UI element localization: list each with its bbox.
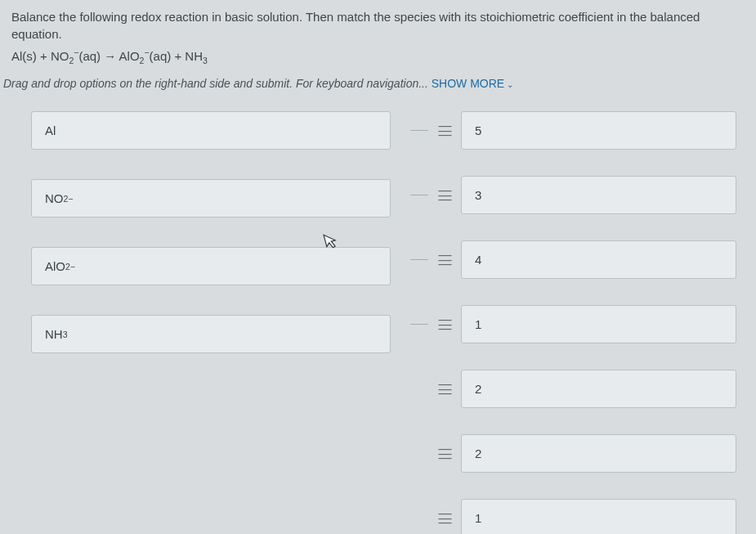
right-row: ———1 — [410, 305, 736, 343]
right-row: ———4 — [410, 240, 736, 279]
right-option[interactable]: 2 — [461, 434, 736, 473]
match-container: AlNO2−AlO2−NH3 ———5———3———4———1———2———2—… — [0, 98, 756, 534]
drag-handle-icon[interactable]: ——— — [438, 446, 453, 460]
drag-handle-icon[interactable]: ——— — [438, 317, 453, 331]
right-option[interactable]: 2 — [461, 370, 736, 408]
question-text: Balance the following redox reaction in … — [0, 0, 756, 47]
equation: Al(s) + NO2−(aq) → AlO2−(aq) + NH3 — [0, 47, 756, 77]
drag-handle-icon[interactable]: ——— — [438, 382, 453, 396]
right-row: ———1 — [410, 499, 736, 534]
chevron-down-icon: ⌄ — [507, 80, 513, 89]
left-item: Al — [31, 111, 391, 150]
right-row: ———2 — [410, 434, 736, 473]
instructions: Drag and drop options on the right-hand … — [0, 77, 756, 98]
right-row: ———5 — [410, 111, 736, 150]
connector — [410, 195, 428, 196]
right-option[interactable]: 1 — [461, 499, 736, 534]
right-option[interactable]: 3 — [461, 176, 736, 214]
right-row: ———2 — [410, 370, 736, 408]
connector — [410, 259, 428, 261]
connector — [410, 388, 428, 390]
right-column: ———5———3———4———1———2———2———1 — [410, 108, 736, 534]
right-option[interactable]: 5 — [461, 111, 736, 150]
left-item: NO2− — [31, 179, 391, 218]
connector — [410, 324, 428, 325]
drag-handle-icon[interactable]: ——— — [438, 253, 453, 267]
right-option[interactable]: 4 — [461, 240, 736, 279]
right-row: ———3 — [410, 176, 736, 214]
left-item: AlO2− — [31, 247, 391, 285]
connector — [410, 453, 428, 455]
show-more-link[interactable]: SHOW MORE⌄ — [432, 77, 513, 90]
right-option[interactable]: 1 — [461, 305, 736, 343]
instructions-text: Drag and drop options on the right-hand … — [3, 77, 432, 90]
connector — [410, 130, 428, 132]
drag-handle-icon[interactable]: ——— — [438, 188, 453, 202]
left-item: NH3 — [31, 315, 391, 353]
connector — [410, 518, 428, 519]
left-column: AlNO2−AlO2−NH3 — [31, 108, 391, 534]
drag-handle-icon[interactable]: ——— — [438, 511, 453, 525]
drag-handle-icon[interactable]: ——— — [438, 123, 453, 137]
